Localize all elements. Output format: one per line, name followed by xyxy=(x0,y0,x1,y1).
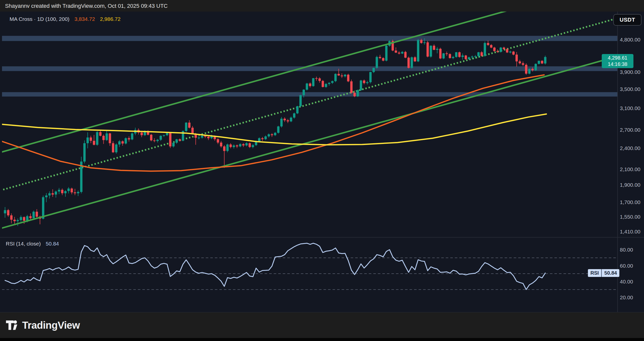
rsi-value-badge: RSI 50.84 xyxy=(588,269,619,277)
price-pane xyxy=(0,8,618,229)
rsi-legend-value: 50.84 xyxy=(46,241,59,247)
trendline-dotted xyxy=(0,19,614,190)
rsi-badge-label: RSI xyxy=(588,269,602,277)
price-tick-label: 4,800.00 xyxy=(620,36,640,43)
rsi-legend-label[interactable]: RSI (14, close) xyxy=(6,241,41,247)
rsi-tick-label: 20.00 xyxy=(620,294,633,301)
attribution-bar: Shayannv created with TradingView.com, O… xyxy=(0,0,644,12)
ma200-value: 2,986.72 xyxy=(100,16,121,22)
price-tick-label: 1,700.00 xyxy=(620,199,640,206)
sr-band xyxy=(2,36,618,41)
price-tick-label: 2,400.00 xyxy=(620,145,640,152)
rsi-tick-label: 80.00 xyxy=(620,247,633,253)
ma100-line xyxy=(0,75,544,171)
sr-band xyxy=(2,92,618,96)
footer-bar: TradingView xyxy=(0,312,644,338)
rsi-tick-label: 40.00 xyxy=(620,278,633,285)
rsi-badge-value: 50.84 xyxy=(602,269,619,277)
ma200-line xyxy=(0,114,546,145)
price-tick-label: 1,900.00 xyxy=(620,182,640,188)
bar-countdown: 14:16:38 xyxy=(602,61,633,67)
ma100-value: 3,834.72 xyxy=(74,16,95,22)
attribution-text: Shayannv created with TradingView.com, O… xyxy=(5,3,168,9)
rsi-line xyxy=(5,243,545,289)
last-price: 4,298.61 xyxy=(602,55,633,61)
rsi-tick-label: 60.00 xyxy=(620,263,633,269)
bottom-strip xyxy=(0,338,644,341)
tradingview-icon xyxy=(6,319,19,331)
indicator-legend[interactable]: MA Cross · 1D (100, 200) 3,834.72 2,986.… xyxy=(10,16,124,22)
price-tick-label: 2,100.00 xyxy=(620,166,640,173)
price-tick-label: 1,410.00 xyxy=(620,228,640,235)
brand-wordmark: TradingView xyxy=(22,320,80,331)
price-tick-label: 2,700.00 xyxy=(620,127,640,133)
currency-toggle-button[interactable]: USDT xyxy=(613,14,641,26)
legend-title[interactable]: MA Cross · 1D (100, 200) xyxy=(10,16,69,22)
trendline-solid xyxy=(0,56,618,229)
chart-canvas[interactable] xyxy=(0,0,644,341)
price-tick-label: 3,100.00 xyxy=(620,105,640,112)
tradingview-screenshot: Shayannv created with TradingView.com, O… xyxy=(0,0,644,341)
last-price-badge: 4,298.61 14:16:38 xyxy=(602,54,633,68)
price-tick-label: 1,550.00 xyxy=(620,214,640,220)
rsi-legend[interactable]: RSI (14, close) 50.84 xyxy=(6,241,59,247)
trendline-solid xyxy=(0,8,516,153)
tradingview-logo[interactable]: TradingView xyxy=(6,319,80,331)
rsi-pane xyxy=(2,243,616,289)
price-tick-label: 3,900.00 xyxy=(620,69,640,75)
price-tick-label: 3,500.00 xyxy=(620,86,640,92)
